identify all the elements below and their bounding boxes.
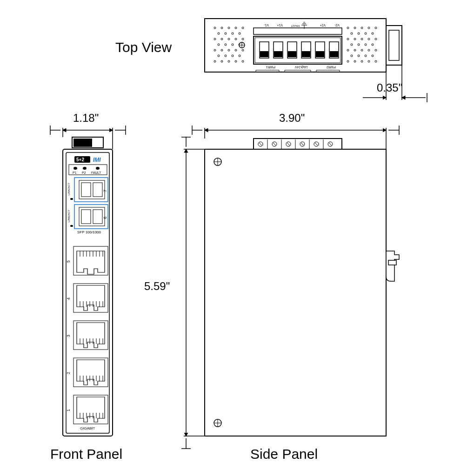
- term-label-amp: 1A@24V: [295, 66, 308, 69]
- svg-point-112: [70, 225, 73, 227]
- svg-rect-73: [260, 51, 268, 57]
- badge-text: 5+2: [76, 157, 84, 162]
- svg-point-102: [96, 167, 100, 170]
- svg-rect-81: [316, 51, 324, 57]
- svg-rect-83: [330, 51, 338, 57]
- svg-rect-106: [93, 183, 102, 197]
- term-label-pwr1: PWR1: [266, 66, 275, 69]
- term-label-v2-: V2-: [334, 24, 340, 27]
- term-label-v1-: V1-: [263, 24, 269, 27]
- svg-rect-105: [81, 183, 91, 197]
- svg-point-100: [73, 167, 77, 170]
- side-panel-drawing: [205, 139, 399, 436]
- svg-rect-96: [73, 139, 92, 147]
- svg-rect-165: [205, 149, 386, 436]
- sfp7-linkact: LINK/ACT: [67, 183, 70, 195]
- term-label-pwr2: PWR2: [327, 66, 336, 69]
- term-label-v1+: V1+: [277, 24, 283, 27]
- rj45-5-num: 5: [66, 260, 71, 263]
- sfp6-linkact: LINK/ACT: [67, 210, 70, 222]
- screw-icon: [214, 419, 221, 427]
- svg-rect-84: [254, 28, 342, 34]
- svg-rect-77: [288, 51, 296, 57]
- front-panel-drawing: 5+2 IMI P1 P2 FAULT LINK/ACT 7 LINK/ACT …: [63, 137, 113, 436]
- term-label-v2+: V2+: [320, 24, 326, 27]
- gigabit-label: GIGABIT: [80, 426, 95, 430]
- rj45-3-num: 3: [66, 335, 71, 337]
- svg-point-107: [70, 198, 73, 200]
- svg-rect-1: [386, 26, 402, 65]
- svg-point-101: [83, 167, 87, 170]
- screw-icon: [214, 158, 221, 165]
- term-label-fault: FAULT: [291, 25, 300, 27]
- svg-rect-111: [93, 210, 102, 224]
- led-p2: P2: [82, 171, 86, 174]
- top-view-drawing: V2- V2+ V1+ V1- FAULT PWR2 1A@24V PWR1: [205, 19, 402, 72]
- logo-text: IMI: [93, 157, 101, 163]
- sfp6-num: 6: [103, 217, 107, 219]
- led-fault: FAULT: [91, 171, 101, 174]
- svg-rect-75: [274, 51, 282, 57]
- led-p1: P1: [73, 171, 77, 174]
- din-clip-icon: [386, 251, 399, 281]
- rj45-4-num: 4: [66, 298, 71, 300]
- rj45-2-num: 2: [66, 372, 71, 374]
- rj45-1-num: 1: [66, 409, 71, 411]
- sfp-label: SFP 100/1000: [77, 230, 101, 234]
- svg-rect-79: [302, 51, 310, 57]
- svg-rect-110: [81, 210, 91, 224]
- sfp7-num: 7: [103, 190, 107, 192]
